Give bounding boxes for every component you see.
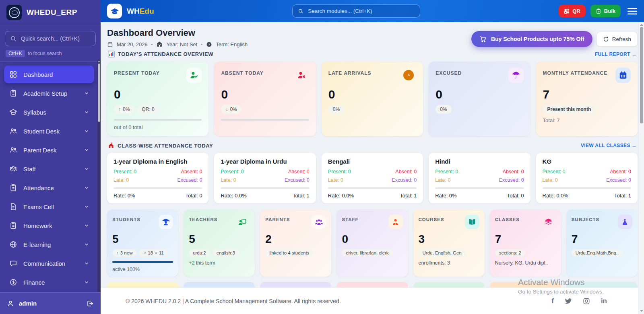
refresh-label: Refresh (612, 36, 631, 42)
brand-wh: WH (127, 7, 140, 15)
card-value: 0 (328, 88, 416, 101)
quick-search-input[interactable] (20, 35, 91, 42)
sidebar-item-exams-cell[interactable]: Exams Cell (4, 198, 94, 215)
staff-person-icon (388, 215, 403, 229)
class-card: 1-year Diploma in English Present: 0 Abs… (107, 153, 208, 203)
sidebar-scrollbar[interactable] (97, 60, 101, 292)
card-title: LATE ARRIVALS (328, 68, 372, 76)
page-scrollbar[interactable] (638, 22, 644, 314)
subject-names-badge: Urdu,Eng,Math,Bng.. (572, 249, 623, 257)
sidebar-item-label: Staff (23, 166, 36, 172)
class-total: Total: 0 (507, 193, 524, 199)
sidebar-item-attendance[interactable]: Attendance (4, 179, 94, 197)
copyright-text: © 2026 WHEDU 2.0.2 | A Complete School M… (126, 298, 341, 304)
card-title: PRESENT TODAY (114, 68, 160, 76)
view-all-classes-link[interactable]: VIEW ALL CLASSES → (581, 143, 637, 148)
full-report-link[interactable]: FULL REPORT → (595, 51, 637, 57)
app-brand: WHEdu (127, 7, 154, 16)
book-icon (465, 215, 479, 229)
class-card: Bengali Present: 0 Absent: 0 Late: 0 Exc… (322, 153, 423, 203)
sidebar-item-elearning[interactable]: E-learning (4, 236, 94, 253)
scrollbar-up-arrow[interactable] (97, 60, 101, 63)
sidebar-item-student-desk[interactable]: Student Desk (4, 122, 94, 140)
chevron-down-icon (84, 204, 89, 209)
active-progress-bar (112, 261, 173, 263)
page-meta: Mar 20, 2026 • Year: Not Set • Term: Eng… (107, 41, 248, 47)
chevron-down-icon (84, 242, 89, 247)
card-subtext: +2 this term (189, 260, 250, 266)
instagram-icon[interactable] (583, 298, 590, 305)
new-students-badge: ↑3 new (112, 249, 136, 257)
chevron-down-icon (84, 90, 89, 96)
footer: © 2026 WHEDU 2.0.2 | A Complete School M… (101, 287, 644, 314)
refresh-button[interactable]: Refresh (597, 32, 638, 47)
clock-icon (401, 68, 416, 83)
trend-badge: ↑0% (114, 105, 134, 114)
quick-search[interactable] (5, 31, 96, 46)
card-partial (566, 282, 638, 287)
card-subtext: active 100% (112, 267, 173, 272)
bar-chart-icon (108, 51, 115, 57)
sidebar-item-staff[interactable]: Staff (4, 160, 94, 178)
twitter-icon[interactable] (565, 298, 572, 305)
gender-badge: ♂ 18 ♀ 11 (139, 249, 168, 257)
students-card: STUDENTS 5 ↑3 new ♂ 18 ♀ 11 active 100% (107, 209, 178, 277)
linkedin-icon[interactable]: in (601, 297, 607, 305)
module-search[interactable] (292, 4, 420, 18)
grid-icon (9, 70, 18, 78)
meta-separator: • (151, 42, 153, 47)
facebook-icon[interactable]: f (551, 297, 554, 305)
staff-card: STAFF 0 driver, librarian, clerk (336, 209, 408, 277)
absent-today-card: ABSENT TODAY 0 ↓0% (214, 62, 316, 136)
late-arrivals-card: LATE ARRIVALS 0 0% (322, 62, 423, 136)
page-title: Dashboard Overview (107, 28, 248, 38)
sidebar-scrollbar-thumb[interactable] (98, 64, 100, 122)
sidebar-brand-name: WHEDU_ERP (27, 8, 77, 17)
progress-bar (435, 187, 524, 189)
brand-edu: Edu (140, 7, 154, 15)
user-icon (6, 300, 14, 308)
progress-bar (114, 187, 202, 189)
month-badge: Present this month (543, 105, 596, 114)
scrollbar-up-arrow[interactable] (639, 22, 644, 27)
sidebar-item-dashboard[interactable]: Dashboard (4, 66, 94, 83)
teachers-card: TEACHERS 5 urdu:2 english:3 +2 this term (184, 209, 255, 277)
qr-button[interactable]: QR (559, 5, 586, 17)
chevron-down-icon (84, 109, 89, 115)
user-bar[interactable]: admin (0, 292, 101, 314)
dashboard-content: Dashboard Overview Mar 20, 2026 • Year: … (101, 22, 644, 287)
classes-card: CLASSES 7 sections: 2 Nursery, KG, Urdu … (490, 209, 561, 277)
people-group-icon (9, 165, 18, 173)
sidebar-item-syllabus[interactable]: Syllabus (4, 103, 94, 121)
school-building-icon (156, 41, 163, 47)
trend-badge: ↓0% (221, 105, 241, 114)
module-search-input[interactable] (307, 8, 415, 14)
attendance-cards: PRESENT TODAY 0 ↑0% QR: 0 out of 0 total (107, 62, 638, 136)
main-area: WHEdu QR Bulk Dashboard Overview (101, 0, 644, 314)
buy-products-button[interactable]: Buy School Products upto 75% Off (471, 31, 592, 47)
page-scrollbar-thumb[interactable] (640, 27, 643, 123)
sidebar-item-finance[interactable]: Finance (4, 273, 94, 291)
sidebar-item-academic-setup[interactable]: Academic Setup (4, 84, 94, 102)
calendar-icon (107, 41, 113, 47)
clipboard-icon (9, 89, 18, 97)
rate-badge: 0% (328, 105, 344, 114)
sidebar-item-label: Student Desk (23, 128, 60, 135)
chevron-down-icon (84, 128, 89, 134)
sidebar-item-parent-desk[interactable]: Parent Desk (4, 141, 94, 159)
hamburger-menu-icon[interactable] (627, 7, 638, 16)
chevron-down-icon (84, 185, 89, 191)
progress-bar (221, 187, 309, 189)
sidebar-item-communication[interactable]: Communication (4, 254, 94, 272)
bulk-button[interactable]: Bulk (590, 5, 621, 17)
subject-count-badge: urdu:2 (189, 249, 210, 257)
sidebar-item-homework[interactable]: Homework (4, 217, 94, 234)
parents-card: PARENTS 2 linked to 4 students (260, 209, 331, 277)
search-hint: Ctrl+K to focus search (0, 48, 101, 62)
scrollbar-down-arrow[interactable] (639, 308, 644, 313)
logout-icon[interactable] (86, 300, 94, 308)
clipboard-check-icon (596, 8, 601, 14)
class-total: Total: 0 (185, 193, 202, 199)
teacher-icon (235, 215, 250, 229)
clipboard-icon (9, 184, 18, 192)
